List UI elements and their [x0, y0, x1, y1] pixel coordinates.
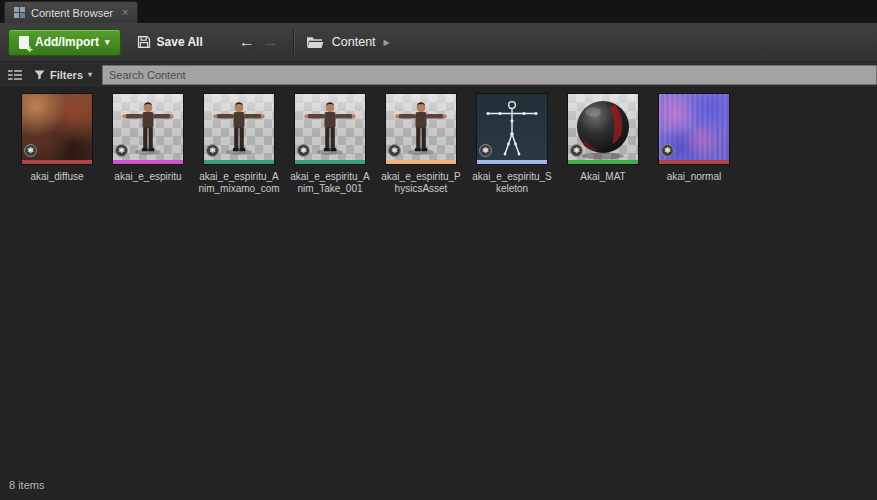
asset-tile[interactable]: ✱ Akai_MAT	[559, 94, 647, 183]
asset-type-color-bar	[386, 160, 456, 164]
unsaved-asterisk-badge: ✱	[570, 144, 583, 157]
back-arrow-icon[interactable]: ←	[235, 34, 259, 50]
asset-label: akai_diffuse	[13, 171, 101, 183]
search-input[interactable]	[102, 65, 877, 85]
asset-thumbnail-skeletal-mesh: ✱	[113, 94, 183, 164]
filters-label: Filters	[50, 69, 83, 81]
tab-title: Content Browser	[31, 7, 113, 19]
tab-bar: Content Browser ×	[0, 0, 877, 23]
asset-label: akai_normal	[650, 171, 738, 183]
asset-thumbnail-physics-asset: ✱	[386, 94, 456, 164]
folder-icon	[306, 35, 324, 49]
asset-view[interactable]: ✱ akai_diffuse	[0, 87, 877, 500]
asset-label: akai_e_espiritu_Anim_Take_001	[286, 171, 374, 194]
unsaved-asterisk-badge: ✱	[479, 144, 492, 157]
unsaved-asterisk-badge: ✱	[115, 144, 128, 157]
asset-tile[interactable]: ✱ akai_e_espiritu_Anim_mixamo_com	[195, 94, 283, 194]
add-import-button[interactable]: Add/Import ▾	[8, 29, 121, 56]
asset-label: akai_e_espiritu	[104, 171, 192, 183]
asset-tile[interactable]: ✱ akai_e_espiritu_Anim_Take_001	[286, 94, 374, 194]
unsaved-asterisk-badge: ✱	[297, 144, 310, 157]
content-browser-icon	[14, 7, 25, 18]
close-icon[interactable]: ×	[122, 7, 128, 18]
breadcrumb-content[interactable]: Content	[332, 35, 376, 49]
asset-type-color-bar	[22, 160, 92, 164]
item-count-status: 8 items	[9, 479, 44, 491]
asset-label: akai_e_espiritu_Skeleton	[468, 171, 556, 194]
chevron-down-icon: ▾	[88, 70, 92, 79]
content-browser-window: Content Browser × Add/Import ▾ Save All …	[0, 0, 877, 500]
forward-arrow-icon[interactable]: →	[259, 34, 283, 50]
sources-list-icon	[8, 69, 22, 81]
add-import-label: Add/Import	[35, 35, 99, 49]
filter-funnel-icon	[34, 70, 45, 80]
asset-type-color-bar	[659, 160, 729, 164]
asset-tile[interactable]: ✱ akai_e_espiritu	[104, 94, 192, 183]
asset-label: akai_e_espiritu_Anim_mixamo_com	[195, 171, 283, 194]
asset-thumbnail-texture: ✱	[22, 94, 92, 164]
filters-button[interactable]: Filters ▾	[31, 69, 95, 81]
unsaved-asterisk-badge: ✱	[206, 144, 219, 157]
save-icon	[137, 35, 151, 49]
asset-type-color-bar	[204, 160, 274, 164]
save-all-label: Save All	[157, 35, 203, 49]
unsaved-asterisk-badge: ✱	[24, 144, 37, 157]
asset-thumbnail-skeleton: ✱	[477, 94, 547, 164]
sources-panel-toggle[interactable]	[6, 67, 24, 83]
filter-bar: Filters ▾	[0, 62, 877, 87]
asset-thumbnail-animation: ✱	[204, 94, 274, 164]
chevron-down-icon: ▾	[105, 38, 110, 47]
asset-type-color-bar	[113, 160, 183, 164]
asset-tile[interactable]: ✱ akai_e_espiritu_PhysicsAsset	[377, 94, 465, 194]
breadcrumb: Content ▶	[306, 35, 390, 49]
asset-type-color-bar	[568, 160, 638, 164]
breadcrumb-arrow-icon[interactable]: ▶	[384, 38, 390, 47]
asset-tile[interactable]: ✱ akai_diffuse	[13, 94, 101, 183]
asset-tile[interactable]: ✱ akai_e_espiritu_Skeleton	[468, 94, 556, 194]
asset-thumbnail-animation: ✱	[295, 94, 365, 164]
asset-label: akai_e_espiritu_PhysicsAsset	[377, 171, 465, 194]
unsaved-asterisk-badge: ✱	[661, 144, 674, 157]
asset-type-color-bar	[477, 160, 547, 164]
unsaved-asterisk-badge: ✱	[388, 144, 401, 157]
asset-grid: ✱ akai_diffuse	[13, 94, 877, 194]
save-all-button[interactable]: Save All	[127, 29, 213, 56]
toolbar: Add/Import ▾ Save All ← → Content ▶	[0, 23, 877, 62]
asset-thumbnail-material: ✱	[568, 94, 638, 164]
asset-type-color-bar	[295, 160, 365, 164]
asset-thumbnail-texture: ✱	[659, 94, 729, 164]
asset-label: Akai_MAT	[559, 171, 647, 183]
asset-tile[interactable]: ✱ akai_normal	[650, 94, 738, 183]
add-asset-icon	[19, 36, 29, 49]
tab-content-browser[interactable]: Content Browser ×	[4, 1, 138, 23]
toolbar-separator	[293, 29, 294, 55]
